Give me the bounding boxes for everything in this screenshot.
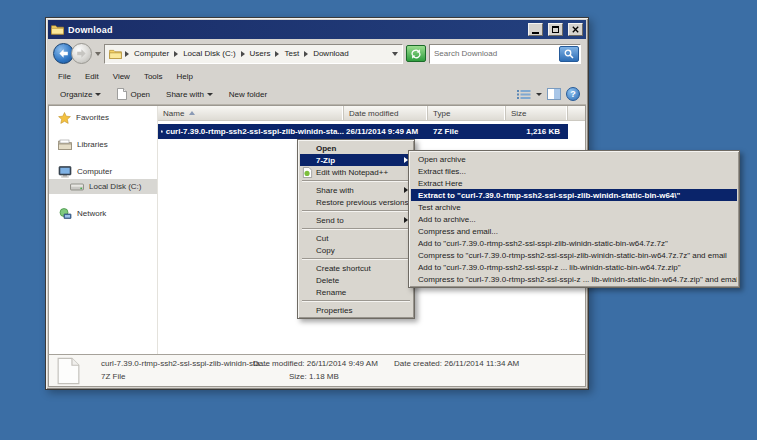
column-header-size[interactable]: Size (506, 106, 568, 120)
search-input[interactable] (431, 49, 559, 58)
history-dropdown-icon[interactable] (95, 52, 101, 56)
menu-tools[interactable]: Tools (138, 70, 171, 83)
menu-separator (302, 258, 410, 260)
context-menu-item-delete[interactable]: Delete (300, 274, 412, 286)
breadcrumb-dropdown-icon[interactable] (392, 52, 398, 56)
search-icon (563, 48, 575, 60)
breadcrumb-segment-test[interactable]: Test (282, 49, 301, 58)
sidebar-item-network[interactable]: Network (49, 206, 157, 221)
context-menu-item-edit-with-notepadpp[interactable]: Edit with Notepad++ (300, 166, 412, 178)
context-menu-item-share-with[interactable]: Share with (300, 184, 412, 196)
open-button[interactable]: Open (109, 85, 158, 103)
refresh-icon (409, 48, 423, 60)
file-row-selected[interactable]: curl-7.39.0-rtmp-ssh2-ssl-sspi-zlib-wini… (158, 124, 568, 139)
chevron-down-icon[interactable] (536, 93, 542, 96)
submenu-item-extract-to-folder[interactable]: Extract to "curl-7.39.0-rtmp-ssh2-ssl-ss… (411, 189, 737, 201)
submenu-item-test-archive[interactable]: Test archive (411, 201, 737, 213)
menu-edit[interactable]: Edit (79, 70, 107, 83)
navigation-pane: Favorites Libraries Computer Local Disk … (49, 106, 157, 354)
file-name-cell: curl-7.39.0-rtmp-ssh2-ssl-sspi-zlib-wini… (158, 126, 344, 137)
breadcrumb-segment-computer[interactable]: Computer (132, 49, 171, 58)
submenu-item-extract-here[interactable]: Extract Here (411, 177, 737, 189)
context-menu-item-cut[interactable]: Cut (300, 232, 412, 244)
computer-icon (58, 166, 72, 178)
breadcrumb-separator-icon (174, 51, 178, 57)
menu-separator (302, 228, 410, 230)
sidebar-item-libraries[interactable]: Libraries (49, 137, 157, 152)
window-title: Download (68, 25, 523, 35)
file-type-cell: 7Z File (428, 127, 506, 136)
context-menu-item-send-to[interactable]: Send to (300, 214, 412, 226)
chevron-down-icon (95, 93, 101, 96)
file-icon (161, 126, 163, 137)
file-date-cell: 26/11/2014 9:49 AM (344, 127, 428, 136)
sidebar-item-local-disk-c[interactable]: Local Disk (C:) (49, 179, 157, 194)
change-view-icon[interactable] (517, 89, 531, 100)
column-header-name[interactable]: Name (158, 106, 344, 120)
maximize-button[interactable] (548, 23, 563, 36)
folder-icon (109, 49, 122, 59)
context-menu-item-copy[interactable]: Copy (300, 244, 412, 256)
preview-pane-icon[interactable] (547, 88, 561, 100)
search-button[interactable] (559, 46, 579, 62)
context-menu-item-properties[interactable]: Properties (300, 304, 412, 316)
column-header-type[interactable]: Type (428, 106, 506, 120)
submenu-item-compress-to-7z-and-email[interactable]: Compress to "curl-7.39.0-rtmp-ssh2-ssl-s… (411, 249, 737, 261)
sidebar-item-computer[interactable]: Computer (49, 164, 157, 179)
details-date-modified: Date modified: 26/11/2014 9:49 AM (253, 359, 378, 368)
context-menu-item-7zip[interactable]: 7-Zip (300, 154, 412, 166)
disk-icon (70, 181, 84, 192)
close-icon (572, 26, 579, 33)
menu-view[interactable]: View (107, 70, 138, 83)
help-icon[interactable]: ? (566, 87, 580, 101)
submenu-item-add-to-archive[interactable]: Add to archive... (411, 213, 737, 225)
context-menu-item-rename[interactable]: Rename (300, 286, 412, 298)
7zip-submenu: Open archive Extract files... Extract He… (408, 150, 740, 288)
context-menu-item-create-shortcut[interactable]: Create shortcut (300, 262, 412, 274)
breadcrumb-segment-local-disk[interactable]: Local Disk (C:) (181, 49, 237, 58)
submenu-item-compress-to-zip-and-email[interactable]: Compress to "curl-7.39.0-rtmp-ssh2-ssl-s… (411, 273, 737, 285)
network-icon (58, 208, 72, 220)
column-header-date-modified[interactable]: Date modified (344, 106, 428, 120)
titlebar[interactable]: Download (48, 20, 586, 39)
chevron-down-icon (207, 93, 213, 96)
menu-file[interactable]: File (52, 70, 79, 83)
breadcrumb[interactable]: Computer Local Disk (C:) Users Test Down… (104, 44, 403, 64)
open-label: Open (130, 90, 150, 99)
address-bar: Computer Local Disk (C:) Users Test Down… (48, 39, 586, 68)
breadcrumb-segment-users[interactable]: Users (248, 49, 273, 58)
submenu-item-compress-and-email[interactable]: Compress and email... (411, 225, 737, 237)
close-button[interactable] (568, 23, 583, 36)
menu-separator (302, 180, 410, 182)
libraries-icon (58, 139, 72, 150)
toolbar-right-group: ? (517, 87, 582, 101)
submenu-item-open-archive[interactable]: Open archive (411, 153, 737, 165)
minimize-button[interactable] (528, 23, 543, 36)
details-size: Size: 1.18 MB (289, 372, 339, 381)
submenu-item-add-to-zip[interactable]: Add to "curl-7.39.0-rtmp-ssh2-ssl-sspi-z… (411, 261, 737, 273)
forward-button[interactable] (71, 43, 92, 64)
organize-button[interactable]: Organize (52, 87, 109, 102)
command-toolbar: Organize Open Share with New folder ? (48, 84, 586, 105)
star-icon (58, 112, 71, 124)
breadcrumb-separator-icon (304, 51, 308, 57)
share-with-label: Share with (166, 90, 204, 99)
submenu-item-add-to-7z[interactable]: Add to "curl-7.39.0-rtmp-ssh2-ssl-sspi-z… (411, 237, 737, 249)
file-icon (57, 357, 80, 385)
refresh-button[interactable] (406, 45, 426, 62)
new-folder-button[interactable]: New folder (221, 87, 275, 102)
context-menu-item-restore-previous-versions[interactable]: Restore previous versions (300, 196, 412, 208)
submenu-item-extract-files[interactable]: Extract files... (411, 165, 737, 177)
maximize-icon (552, 26, 559, 33)
sidebar-label: Favorites (76, 113, 109, 122)
menu-separator (302, 300, 410, 302)
new-folder-label: New folder (229, 90, 267, 99)
sidebar-item-favorites[interactable]: Favorites (49, 110, 157, 125)
desktop: { "window": { "title": "Download" }, "ad… (0, 0, 757, 440)
help-glyph: ? (570, 89, 576, 99)
breadcrumb-segment-download[interactable]: Download (311, 49, 351, 58)
file-icon (117, 88, 127, 100)
menu-help[interactable]: Help (171, 70, 201, 83)
share-with-button[interactable]: Share with (158, 87, 221, 102)
context-menu-item-open[interactable]: Open (300, 142, 412, 154)
